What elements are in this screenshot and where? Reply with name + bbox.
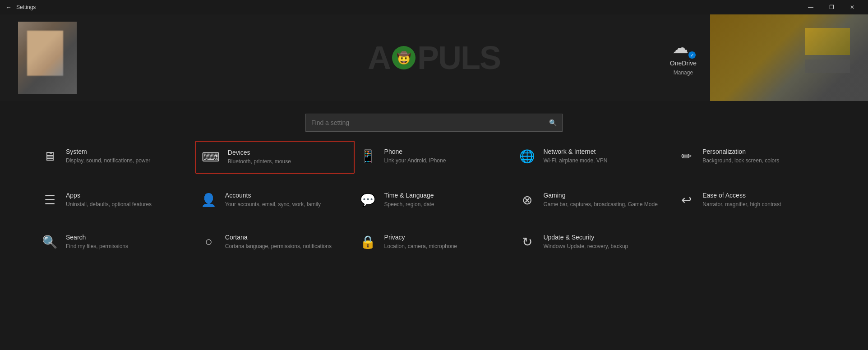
setting-item-privacy[interactable]: 🔒 Privacy Location, camera, microphone <box>355 226 514 258</box>
setting-text-update: Update & Security Windows Update, recove… <box>543 234 628 250</box>
back-button[interactable]: ← <box>5 4 12 11</box>
logo-icon: 🤠 <box>392 46 416 69</box>
setting-subtitle-time: Speech, region, date <box>384 201 434 208</box>
banner-swatch-1 <box>805 28 850 55</box>
onedrive-widget: ☁ ✓ OneDrive Manage <box>670 40 697 76</box>
setting-title-ease: Ease of Access <box>702 192 781 199</box>
avatar-image <box>27 31 63 76</box>
setting-text-devices: Devices Bluetooth, printers, mouse <box>228 149 291 166</box>
onedrive-check-icon: ✓ <box>688 51 696 59</box>
setting-text-personalization: Personalization Background, lock screen,… <box>702 148 779 165</box>
setting-title-gaming: Gaming <box>543 192 657 199</box>
setting-icon-phone: 📱 <box>360 149 376 164</box>
onedrive-cloud-icon: ☁ <box>672 38 688 57</box>
setting-icon-gaming: ⊗ <box>519 193 535 207</box>
setting-item-time[interactable]: 💬 Time & Language Speech, region, date <box>355 184 514 216</box>
setting-text-time: Time & Language Speech, region, date <box>384 192 434 208</box>
setting-title-cortana: Cortana <box>225 234 332 241</box>
setting-text-ease: Ease of Access Narrator, magnifier, high… <box>702 192 781 208</box>
hero-banner: A 🤠 PULS ☁ ✓ OneDrive Manage <box>0 14 868 101</box>
setting-text-accounts: Accounts Your accounts, email, sync, wor… <box>225 192 321 208</box>
watermark-text2: PULS <box>417 39 500 76</box>
setting-icon-ease: ↩ <box>678 193 694 207</box>
setting-subtitle-personalization: Background, lock screen, colors <box>702 157 779 165</box>
setting-title-privacy: Privacy <box>384 234 457 241</box>
setting-title-apps: Apps <box>66 192 152 199</box>
setting-icon-network: 🌐 <box>519 149 535 164</box>
setting-text-apps: Apps Uninstall, defaults, optional featu… <box>66 192 152 208</box>
avatar <box>18 22 77 94</box>
window-title: Settings <box>16 4 796 10</box>
setting-icon-cortana: ○ <box>201 235 217 249</box>
setting-item-apps[interactable]: ☰ Apps Uninstall, defaults, optional fea… <box>36 184 195 216</box>
setting-subtitle-accounts: Your accounts, email, sync, work, family <box>225 201 321 208</box>
setting-icon-devices: ⌨ <box>202 150 220 165</box>
setting-text-system: System Display, sound, notifications, po… <box>66 148 150 165</box>
setting-title-devices: Devices <box>228 149 291 156</box>
setting-icon-personalization: ✏ <box>678 149 694 164</box>
watermark: A 🤠 PULS <box>368 39 500 76</box>
setting-icon-accounts: 👤 <box>201 193 217 207</box>
setting-subtitle-system: Display, sound, notifications, power <box>66 157 150 165</box>
setting-item-system[interactable]: 🖥 System Display, sound, notifications, … <box>36 141 195 174</box>
setting-item-update[interactable]: ↻ Update & Security Windows Update, reco… <box>513 226 673 258</box>
onedrive-manage-link[interactable]: Manage <box>674 69 693 76</box>
setting-subtitle-privacy: Location, camera, microphone <box>384 243 457 250</box>
banner-swatch-2 <box>805 60 850 73</box>
watermark-text: A <box>368 39 390 76</box>
setting-icon-update: ↻ <box>519 235 535 249</box>
setting-title-search: Search <box>66 234 128 241</box>
window-controls: — ❐ ✕ <box>800 0 863 14</box>
setting-title-network: Network & Internet <box>543 148 607 155</box>
setting-item-cortana[interactable]: ○ Cortana Cortana language, permissions,… <box>195 226 355 258</box>
setting-title-system: System <box>66 148 150 155</box>
setting-text-gaming: Gaming Game bar, captures, broadcasting,… <box>543 192 657 208</box>
setting-subtitle-search: Find my files, permissions <box>66 243 128 250</box>
setting-item-network[interactable]: 🌐 Network & Internet Wi-Fi, airplane mod… <box>513 141 673 174</box>
setting-item-personalization[interactable]: ✏ Personalization Background, lock scree… <box>673 141 832 174</box>
setting-item-devices[interactable]: ⌨ Devices Bluetooth, printers, mouse <box>195 141 355 174</box>
setting-title-time: Time & Language <box>384 192 434 199</box>
setting-title-accounts: Accounts <box>225 192 321 199</box>
setting-subtitle-devices: Bluetooth, printers, mouse <box>228 158 291 166</box>
setting-icon-search: 🔍 <box>42 235 58 249</box>
setting-text-search: Search Find my files, permissions <box>66 234 128 250</box>
setting-subtitle-cortana: Cortana language, permissions, notificat… <box>225 243 332 250</box>
setting-item-phone[interactable]: 📱 Phone Link your Android, iPhone <box>355 141 514 174</box>
setting-subtitle-gaming: Game bar, captures, broadcasting, Game M… <box>543 201 657 208</box>
setting-text-privacy: Privacy Location, camera, microphone <box>384 234 457 250</box>
setting-icon-apps: ☰ <box>42 193 58 207</box>
setting-subtitle-network: Wi-Fi, airplane mode, VPN <box>543 157 607 165</box>
setting-title-phone: Phone <box>384 148 446 155</box>
setting-item-search[interactable]: 🔍 Search Find my files, permissions <box>36 226 195 258</box>
restore-button[interactable]: ❐ <box>821 0 842 14</box>
setting-icon-privacy: 🔒 <box>360 235 376 249</box>
setting-text-network: Network & Internet Wi-Fi, airplane mode,… <box>543 148 607 165</box>
search-box: 🔍 <box>305 114 563 132</box>
minimize-button[interactable]: — <box>800 0 821 14</box>
setting-text-phone: Phone Link your Android, iPhone <box>384 148 446 165</box>
setting-title-update: Update & Security <box>543 234 628 241</box>
search-input[interactable] <box>311 119 549 126</box>
title-bar: ← Settings — ❐ ✕ <box>0 0 868 14</box>
setting-subtitle-ease: Narrator, magnifier, high contrast <box>702 201 781 208</box>
banner-background <box>710 14 868 101</box>
setting-subtitle-update: Windows Update, recovery, backup <box>543 243 628 250</box>
close-button[interactable]: ✕ <box>842 0 863 14</box>
search-area: 🔍 <box>0 101 868 141</box>
setting-subtitle-apps: Uninstall, defaults, optional features <box>66 201 152 208</box>
setting-icon-time: 💬 <box>360 193 376 207</box>
setting-text-cortana: Cortana Cortana language, permissions, n… <box>225 234 332 250</box>
search-button[interactable]: 🔍 <box>549 119 557 126</box>
setting-title-personalization: Personalization <box>702 148 779 155</box>
settings-grid: 🖥 System Display, sound, notifications, … <box>0 141 868 257</box>
setting-item-ease[interactable]: ↩ Ease of Access Narrator, magnifier, hi… <box>673 184 832 216</box>
onedrive-icon-wrap: ☁ ✓ <box>672 40 694 57</box>
setting-subtitle-phone: Link your Android, iPhone <box>384 157 446 165</box>
setting-item-gaming[interactable]: ⊗ Gaming Game bar, captures, broadcastin… <box>513 184 673 216</box>
onedrive-title: OneDrive <box>670 60 697 67</box>
setting-item-accounts[interactable]: 👤 Accounts Your accounts, email, sync, w… <box>195 184 355 216</box>
setting-icon-system: 🖥 <box>42 149 58 164</box>
